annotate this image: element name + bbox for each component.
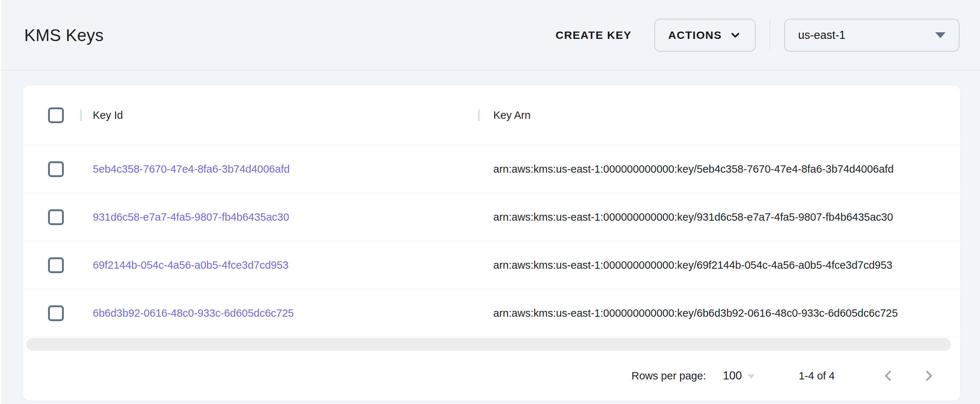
key-id-cell: 931d6c58-e7a7-4fa5-9807-fb4b6435ac30 <box>80 211 480 223</box>
column-header-key-id[interactable]: Key Id <box>82 109 478 121</box>
dropdown-arrow-icon <box>935 32 945 38</box>
table-row: 931d6c58-e7a7-4fa5-9807-fb4b6435ac30 arn… <box>23 193 960 241</box>
key-arn-cell: arn:aws:kms:us-east-1:000000000000:key/6… <box>480 259 960 271</box>
actions-button[interactable]: ACTIONS <box>654 19 756 52</box>
scrollbar-thumb[interactable] <box>26 338 951 351</box>
select-all-checkbox[interactable] <box>48 107 64 123</box>
row-checkbox[interactable] <box>48 209 64 225</box>
row-checkbox-cell <box>23 161 80 177</box>
column-header-key-arn[interactable]: Key Arn <box>480 109 960 121</box>
key-id-cell: 6b6d3b92-0616-48c0-933c-6d605dc6c725 <box>80 307 480 319</box>
chevron-down-icon <box>729 29 741 41</box>
key-arn-value: arn:aws:kms:us-east-1:000000000000:key/5… <box>493 163 894 175</box>
actions-button-label: ACTIONS <box>668 29 722 41</box>
next-page-button[interactable] <box>921 367 937 384</box>
chevron-left-icon <box>880 367 896 384</box>
table-row: 5eb4c358-7670-47e4-8fa6-3b74d4006afd arn… <box>23 145 960 193</box>
row-checkbox-cell <box>23 305 80 321</box>
row-checkbox-cell <box>23 209 80 225</box>
caret-down-icon <box>748 374 755 379</box>
region-select[interactable]: us-east-1 <box>784 19 959 52</box>
header-actions: CREATE KEY ACTIONS us-east-1 <box>547 19 959 52</box>
key-arn-cell: arn:aws:kms:us-east-1:000000000000:key/6… <box>480 307 960 319</box>
column-header-key-arn-label: Key Arn <box>493 109 531 121</box>
previous-page-button[interactable] <box>880 367 896 384</box>
pagination-range: 1-4 of 4 <box>799 370 835 382</box>
key-arn-value: arn:aws:kms:us-east-1:000000000000:key/9… <box>493 211 893 223</box>
key-arn-value: arn:aws:kms:us-east-1:000000000000:key/6… <box>493 307 898 319</box>
header-divider <box>770 21 770 50</box>
key-id-link[interactable]: 6b6d3b92-0616-48c0-933c-6d605dc6c725 <box>93 307 294 319</box>
table-header-row: Key Id Key Arn <box>23 86 960 145</box>
rows-per-page-label: Rows per page: <box>632 370 706 382</box>
key-arn-value: arn:aws:kms:us-east-1:000000000000:key/6… <box>493 259 892 271</box>
key-id-link[interactable]: 931d6c58-e7a7-4fa5-9807-fb4b6435ac30 <box>93 211 289 223</box>
left-edge-strip <box>0 0 2 404</box>
table-row: 6b6d3b92-0616-48c0-933c-6d605dc6c725 arn… <box>23 289 960 337</box>
page-header: KMS Keys CREATE KEY ACTIONS us-east-1 <box>0 0 980 70</box>
chevron-right-icon <box>921 367 937 384</box>
row-checkbox[interactable] <box>48 305 64 321</box>
create-key-button[interactable]: CREATE KEY <box>547 22 640 49</box>
row-checkbox[interactable] <box>48 161 64 177</box>
column-header-key-id-label: Key Id <box>93 109 123 121</box>
key-id-cell: 5eb4c358-7670-47e4-8fa6-3b74d4006afd <box>80 163 480 175</box>
rows-per-page-value: 100 <box>723 369 742 382</box>
kms-keys-table-card: Key Id Key Arn 5eb4c358-7670-47e4-8fa6-3… <box>23 86 960 401</box>
key-id-link[interactable]: 5eb4c358-7670-47e4-8fa6-3b74d4006afd <box>93 163 290 175</box>
horizontal-scrollbar[interactable] <box>26 338 951 351</box>
region-select-value: us-east-1 <box>798 29 845 42</box>
pagination-bar: Rows per page: 100 1-4 of 4 <box>23 351 960 401</box>
key-id-link[interactable]: 69f2144b-054c-4a56-a0b5-4fce3d7cd953 <box>93 259 289 271</box>
key-arn-cell: arn:aws:kms:us-east-1:000000000000:key/9… <box>480 211 960 223</box>
rows-per-page-select[interactable]: 100 <box>723 369 755 382</box>
key-arn-cell: arn:aws:kms:us-east-1:000000000000:key/5… <box>480 163 960 175</box>
header-checkbox-cell <box>23 107 80 123</box>
page-title: KMS Keys <box>24 25 103 45</box>
row-checkbox-cell <box>23 258 80 273</box>
table-row: 69f2144b-054c-4a56-a0b5-4fce3d7cd953 arn… <box>23 241 960 289</box>
key-id-cell: 69f2144b-054c-4a56-a0b5-4fce3d7cd953 <box>80 259 480 271</box>
row-checkbox[interactable] <box>48 258 64 273</box>
